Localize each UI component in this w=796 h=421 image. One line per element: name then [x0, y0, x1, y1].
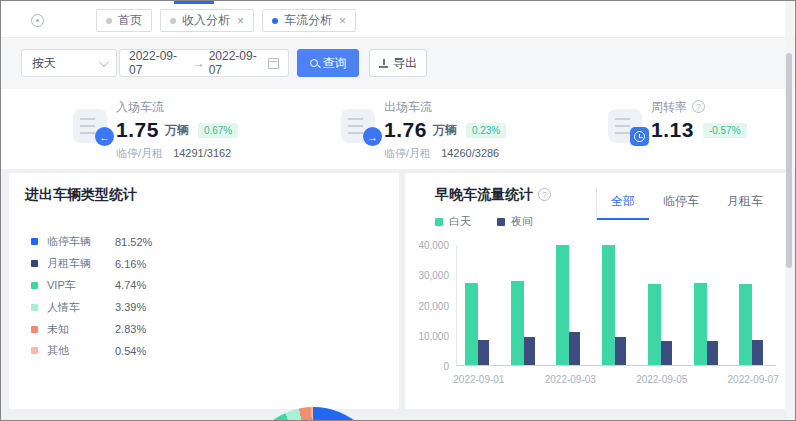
refresh-icon[interactable] [31, 14, 44, 27]
date-range-input[interactable]: 2022-09-07 → 2022-09-07 [119, 49, 289, 77]
stat-value: 1.13 [651, 118, 694, 142]
stat-card-inbound: ← 入场车流 1.75 万辆 0.67% 临停/月租 14291/3162 [73, 97, 238, 161]
tab-dot-icon [106, 18, 112, 24]
period-select-value: 按天 [32, 55, 56, 72]
document-icon: ← [73, 109, 107, 143]
legend-item[interactable]: 临停车辆81.52% [31, 231, 152, 253]
x-axis-tick-label: 2022-09-07 [718, 374, 788, 385]
tab-dot-icon [272, 18, 278, 24]
enter-arrow-icon: ← [95, 127, 114, 146]
bar-day [694, 283, 707, 365]
bar-day [602, 245, 615, 365]
y-axis-tick-label: 20,000 [405, 301, 449, 312]
scrollbar-thumb[interactable] [786, 53, 792, 268]
x-axis-tick-label: 2022-09-05 [627, 374, 697, 385]
date-range-separator: → [189, 56, 209, 70]
stat-title: 出场车流 [384, 97, 506, 116]
stat-sub-value: 14291/3162 [173, 147, 231, 159]
bar-night [478, 340, 489, 365]
tab-label: 首页 [118, 12, 142, 29]
document-icon: → [341, 109, 375, 143]
y-axis-tick-label: 30,000 [405, 270, 449, 281]
y-axis-tick-label: 40,000 [405, 240, 449, 251]
bar-night [707, 341, 718, 365]
info-icon[interactable]: ? [692, 100, 705, 113]
stat-unit: 万辆 [165, 122, 189, 139]
legend-item[interactable]: 未知2.83% [31, 318, 152, 340]
bar-night [752, 340, 763, 365]
y-axis-tick-label: 0 [405, 361, 449, 372]
export-button-label: 导出 [393, 55, 417, 72]
close-icon[interactable]: × [339, 15, 346, 27]
date-end-value: 2022-09-07 [209, 49, 269, 77]
stat-sub-label: 临停/月租 [116, 147, 163, 159]
list-lines-icon [348, 118, 363, 134]
day-night-traffic-panel: 早晚车流量统计? 全部 临停车 月租车 白天 夜间 40,00030,00020… [405, 173, 789, 409]
stat-value: 1.76 [384, 118, 427, 142]
bar-chart: 40,00030,00020,00010,00002022-09-012022-… [405, 173, 789, 409]
search-icon [310, 59, 318, 67]
clock-icon [630, 127, 649, 146]
scrollbar-track [785, 1, 794, 420]
swatch-icon [31, 282, 38, 289]
swatch-icon [31, 347, 38, 354]
x-axis-tick-label: 2022-09-01 [444, 374, 514, 385]
close-icon[interactable]: × [237, 15, 244, 27]
document-icon [608, 109, 642, 143]
filter-bar: 按天 2022-09-07 → 2022-09-07 查询 导出 [1, 38, 795, 89]
list-lines-icon [80, 118, 95, 134]
bar-night [615, 337, 626, 365]
vehicle-type-panel: 进出车辆类型统计 临停车辆81.52% 月租车辆6.16% VIP车4.74% … [9, 173, 399, 409]
swatch-icon [31, 304, 38, 311]
swatch-icon [31, 326, 38, 333]
bar-day [739, 284, 752, 365]
legend-item[interactable]: 其他0.54% [31, 340, 152, 362]
stat-card-turnover: 周转率? 1.13 -0.57% [608, 97, 747, 143]
tab-label: 车流分析 [284, 12, 332, 29]
bar-night [524, 337, 535, 365]
stat-sub-value: 14260/3286 [441, 147, 499, 159]
swatch-icon [31, 238, 38, 245]
pie-legend: 临停车辆81.52% 月租车辆6.16% VIP车4.74% 人情车3.39% … [31, 231, 152, 362]
stat-unit: 万辆 [433, 122, 457, 139]
legend-item[interactable]: VIP车4.74% [31, 275, 152, 297]
legend-item[interactable]: 月租车辆6.16% [31, 253, 152, 275]
list-lines-icon [615, 118, 630, 134]
stats-band: ← 入场车流 1.75 万辆 0.67% 临停/月租 14291/3162 → … [1, 89, 795, 169]
legend-item[interactable]: 人情车3.39% [31, 296, 152, 318]
query-button-label: 查询 [323, 55, 347, 72]
tab-traffic-analysis[interactable]: 车流分析 × [262, 9, 356, 32]
bar-day [648, 284, 661, 365]
date-start-value: 2022-09-07 [129, 49, 189, 77]
swatch-icon [31, 260, 38, 267]
tab-bar: 首页 收入分析 × 车流分析 × [1, 1, 795, 38]
tab-dot-icon [170, 18, 176, 24]
export-icon [379, 59, 388, 68]
stat-sub-label: 临停/月租 [384, 147, 431, 159]
loading-bar [174, 1, 214, 4]
chevron-down-icon [99, 57, 109, 67]
exit-arrow-icon: → [363, 127, 382, 146]
panel-title: 进出车辆类型统计 [25, 186, 137, 204]
bar-night [661, 341, 672, 365]
stat-title: 入场车流 [116, 97, 238, 116]
bar-day [556, 245, 569, 365]
bar-chart-plot [456, 245, 776, 366]
tab-label: 收入分析 [182, 12, 230, 29]
stat-value: 1.75 [116, 118, 159, 142]
tab-income-analysis[interactable]: 收入分析 × [160, 9, 254, 32]
x-axis-tick-label: 2022-09-03 [535, 374, 605, 385]
y-axis-tick-label: 10,000 [405, 331, 449, 342]
stat-card-outbound: → 出场车流 1.76 万辆 0.23% 临停/月租 14260/3286 [341, 97, 506, 161]
period-select[interactable]: 按天 [21, 49, 117, 77]
bar-day [511, 281, 524, 365]
stat-title: 周转率? [651, 97, 747, 116]
bar-night [569, 332, 580, 365]
bar-day [465, 283, 478, 365]
export-button[interactable]: 导出 [369, 49, 427, 77]
stat-change-badge: 0.23% [466, 123, 506, 138]
stat-change-badge: -0.57% [703, 123, 747, 138]
tab-home[interactable]: 首页 [96, 9, 152, 32]
stat-change-badge: 0.67% [198, 123, 238, 138]
query-button[interactable]: 查询 [297, 49, 359, 77]
